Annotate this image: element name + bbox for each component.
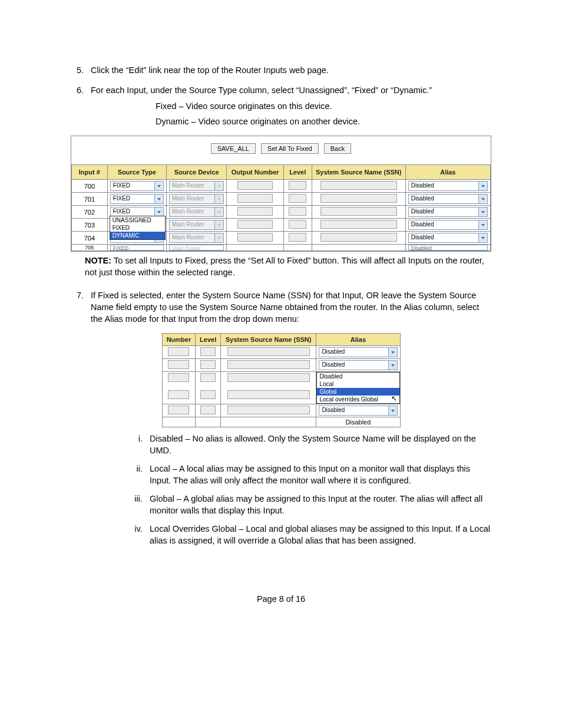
chevron-down-icon (154, 195, 163, 203)
ssn-field[interactable] (227, 373, 310, 382)
alias-dropdown[interactable]: Disabled (408, 207, 488, 217)
alias-dropdown[interactable]: Disabled (408, 245, 488, 251)
ssn-field[interactable] (320, 233, 397, 242)
level-field[interactable] (200, 373, 216, 382)
level-field[interactable] (200, 360, 216, 369)
step-6-sub-fixed: Fixed – Video source originates on this … (156, 101, 491, 113)
ssn-field[interactable] (227, 406, 310, 414)
chevron-down-icon (214, 207, 223, 216)
step-7-text: If Fixed is selected, enter the System S… (91, 291, 479, 323)
chevron-down-icon (478, 207, 487, 216)
number-field[interactable] (168, 373, 189, 382)
option-local[interactable]: Local (317, 380, 399, 388)
step-5-text: Click the “Edit” link near the top of th… (91, 65, 329, 75)
chevron-down-icon (214, 220, 223, 229)
level-field[interactable] (289, 233, 306, 242)
source-device-dropdown: Main Router (169, 233, 224, 243)
chevron-down-icon (214, 195, 223, 203)
source-device-dropdown: Main Router (169, 245, 224, 251)
source-type-dropdown[interactable]: FIXED (110, 194, 164, 204)
source-device-dropdown: Main Router (169, 220, 224, 230)
alias-dropdown[interactable]: Disabled (408, 181, 488, 191)
level-field[interactable] (289, 194, 306, 203)
chevron-down-icon (388, 406, 397, 415)
chevron-down-icon (478, 233, 487, 242)
alias-dropdown[interactable]: Disabled (408, 194, 488, 204)
col-input-number: Input # (72, 165, 108, 180)
chevron-down-icon (478, 195, 487, 203)
level-field[interactable] (289, 220, 306, 229)
col-level: Level (196, 334, 221, 346)
ssn-field[interactable] (227, 360, 310, 369)
output-number-field[interactable] (237, 220, 273, 229)
cell-input-number: 703 (72, 219, 108, 232)
number-field[interactable] (168, 347, 189, 356)
source-type-dropdown[interactable]: FIXED (110, 181, 164, 191)
inputs-table: Input # Source Type Source Device Output… (71, 164, 491, 251)
chevron-down-icon (478, 182, 487, 190)
level-field[interactable] (289, 207, 306, 216)
col-number: Number (162, 334, 196, 346)
toolbar: SAVE_ALL Set All To Fixed Back (71, 136, 491, 164)
alias-dropdown[interactable]: Disabled (319, 406, 397, 416)
alias-dropdown[interactable]: Disabled (408, 220, 488, 230)
table-row: 702 FIXED UNASSIGNED FIXED DYNAMIC (72, 206, 491, 219)
page-footer: Page 8 of 16 (71, 594, 491, 604)
table-row: 701 FIXED Main Router (72, 193, 491, 206)
cell-input-number: 701 (72, 193, 108, 206)
table-row: 700 FIXED Main Router (72, 180, 491, 193)
alias-mode-descriptions: Disabled – No alias is allowed. Only the… (121, 433, 491, 547)
source-type-options-popup[interactable]: UNASSIGNED FIXED DYNAMIC (110, 216, 166, 240)
cell-input-number: 705 (72, 245, 108, 251)
desc-global: Global – A global alias may be assigned … (145, 493, 491, 516)
option-local-overrides-global[interactable]: Local overrides Global (317, 396, 399, 403)
step-6-text: For each Input, under the Source Type co… (91, 85, 432, 95)
number-field[interactable] (168, 390, 189, 399)
output-number-field[interactable] (237, 181, 273, 190)
ssn-field[interactable] (320, 207, 397, 216)
level-field[interactable] (200, 390, 216, 399)
router-inputs-screenshot: SAVE_ALL Set All To Fixed Back Input # S… (71, 136, 491, 252)
source-device-dropdown: Main Router (169, 194, 224, 204)
option-unassigned[interactable]: UNASSIGNED (110, 216, 165, 224)
level-field[interactable] (289, 181, 306, 190)
col-source-type: Source Type (107, 165, 166, 180)
cursor-icon: ↖ (391, 395, 397, 402)
output-number-field[interactable] (237, 233, 273, 242)
number-field[interactable] (168, 406, 189, 414)
level-field[interactable] (200, 406, 216, 414)
ssn-field[interactable] (320, 220, 397, 229)
alias-dropdown[interactable]: Disabled (319, 347, 397, 357)
output-number-field[interactable] (237, 194, 273, 203)
number-field[interactable] (168, 360, 189, 369)
col-alias: Alias (316, 334, 400, 346)
set-all-to-fixed-button[interactable]: Set All To Fixed (261, 143, 319, 154)
output-number-field[interactable] (237, 207, 273, 216)
ssn-field[interactable] (320, 181, 397, 190)
alias-dropdown[interactable]: Disabled (408, 233, 488, 243)
ssn-field[interactable] (227, 390, 310, 399)
step-7: If Fixed is selected, enter the System S… (86, 290, 491, 325)
chevron-down-icon (214, 182, 223, 190)
alias-dropdown[interactable]: Disabled (319, 419, 397, 426)
chevron-down-icon (154, 207, 163, 216)
col-source-device: Source Device (167, 165, 227, 180)
alias-screenshot: Number Level System Source Name (SSN) Al… (162, 333, 401, 427)
level-field[interactable] (200, 347, 216, 356)
option-dynamic[interactable]: DYNAMIC (110, 232, 165, 239)
ssn-field[interactable] (227, 347, 310, 356)
source-type-dropdown[interactable]: FIXED (110, 245, 164, 251)
option-global[interactable]: Global (317, 388, 399, 396)
ssn-field[interactable] (320, 194, 397, 203)
table-row: Disabled (162, 404, 400, 417)
option-disabled[interactable]: Disabled (317, 373, 399, 380)
back-button[interactable]: Back (324, 143, 351, 154)
alias-dropdown[interactable]: Disabled (319, 360, 397, 370)
save-all-button[interactable]: SAVE_ALL (211, 143, 256, 154)
option-fixed[interactable]: FIXED (110, 224, 165, 232)
alias-options-popup[interactable]: Disabled Local Global Local overrides Gl… (316, 372, 399, 404)
table-row: Disabled (162, 359, 400, 372)
cell-input-number: 704 (72, 232, 108, 245)
table-row: 705 FIXED Main Router Disabled (72, 245, 491, 251)
desc-local: Local – A local alias may be assigned to… (145, 463, 491, 486)
